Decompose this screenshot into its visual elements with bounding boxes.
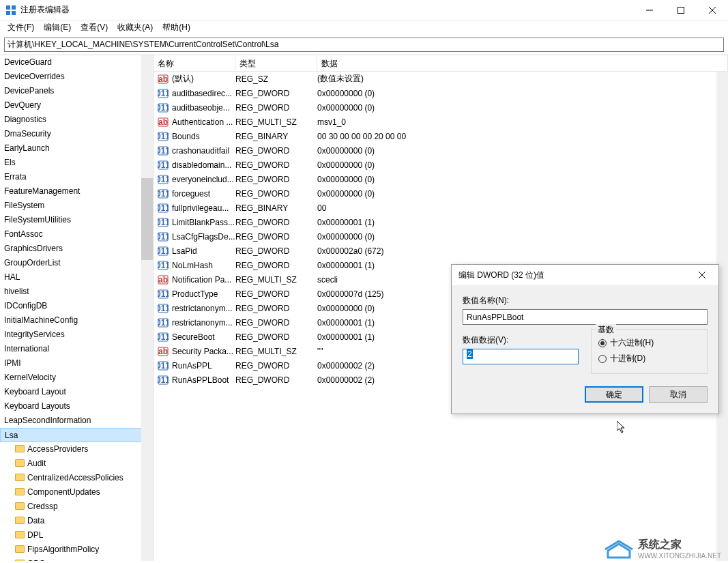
radio-hex[interactable]: 十六进制(H) <box>598 335 701 351</box>
tree-item[interactable]: DevQuery <box>0 98 153 113</box>
tree-item[interactable]: hivelist <box>0 285 153 299</box>
list-row[interactable]: abAuthentication ...REG_MULTI_SZmsv1_0 <box>154 115 728 129</box>
tree-scroll-thumb[interactable] <box>141 178 153 260</box>
col-name[interactable]: 名称 <box>154 55 235 71</box>
tree-item[interactable]: Keyboard Layout <box>0 385 153 399</box>
list-row[interactable]: 011LimitBlankPass...REG_DWORD0x00000001 … <box>154 215 728 229</box>
tree-item[interactable]: FipsAlgorithmPolicy <box>0 543 153 557</box>
value-name-input[interactable] <box>463 309 708 325</box>
tree-item[interactable]: AccessProviders <box>0 442 153 457</box>
list-row[interactable]: 011forceguestREG_DWORD0x00000000 (0) <box>154 186 728 201</box>
value-data-input[interactable]: 2 <box>463 349 579 364</box>
cancel-button[interactable]: 取消 <box>649 386 708 403</box>
cell-type: REG_SZ <box>235 74 317 84</box>
tree-item[interactable]: LeapSecondInformation <box>0 414 153 428</box>
col-data[interactable]: 数据 <box>317 55 728 71</box>
tree-scrollbar[interactable] <box>141 55 153 561</box>
cell-name: everyoneinclud... <box>172 175 235 184</box>
radio-dec[interactable]: 十进制(D) <box>598 351 701 366</box>
maximize-button[interactable] <box>665 0 697 20</box>
tree-item[interactable]: DeviceGuard <box>0 55 153 70</box>
list-row[interactable]: 011BoundsREG_BINARY00 30 00 00 00 20 00 … <box>154 129 728 143</box>
tree-item[interactable]: ComponentUpdates <box>0 485 153 500</box>
tree-item[interactable]: International <box>0 342 153 356</box>
list-row[interactable]: 011auditbaseobje...REG_DWORD0x00000000 (… <box>154 100 728 115</box>
tree-item[interactable]: Errata <box>0 170 153 184</box>
menu-file[interactable]: 文件(F) <box>3 20 39 35</box>
cell-type: REG_DWORD <box>235 160 317 170</box>
tree-item[interactable]: Els <box>0 156 153 170</box>
binary-value-icon: 011 <box>158 131 169 142</box>
tree-item[interactable]: Keyboard Layouts <box>0 399 153 414</box>
cell-type: REG_MULTI_SZ <box>235 347 317 356</box>
tree-item[interactable]: GraphicsDrivers <box>0 242 153 256</box>
tree-item[interactable]: FileSystem <box>0 199 153 213</box>
tree-item-selected[interactable]: Lsa <box>0 428 153 442</box>
window-title: 注册表编辑器 <box>20 4 634 16</box>
svg-text:011: 011 <box>158 303 169 313</box>
binary-value-icon: 011 <box>158 160 169 171</box>
list-row[interactable]: 011LsaCfgFlagsDe...REG_DWORD0x00000000 (… <box>154 229 728 244</box>
tree-item[interactable]: IDConfigDB <box>0 299 153 313</box>
tree-item[interactable]: FileSystemUtilities <box>0 213 153 227</box>
tree-item[interactable]: FeatureManagement <box>0 184 153 199</box>
tree-item[interactable]: DmaSecurity <box>0 127 153 141</box>
menu-favorites[interactable]: 收藏夹(A) <box>113 20 158 35</box>
tree-item[interactable]: KernelVelocity <box>0 371 153 385</box>
svg-text:011: 011 <box>158 102 169 112</box>
binary-value-icon: 011 <box>158 217 169 228</box>
list-row[interactable]: 011crashonauditfailREG_DWORD0x00000000 (… <box>154 143 728 158</box>
binary-value-icon: 011 <box>158 375 169 386</box>
ok-button[interactable]: 确定 <box>585 386 643 403</box>
base-label: 基数 <box>596 324 616 336</box>
folder-icon <box>15 445 25 452</box>
cell-name: (默认) <box>172 73 235 85</box>
tree-item[interactable]: FontAssoc <box>0 227 153 242</box>
minimize-button[interactable] <box>634 0 665 20</box>
list-row[interactable]: 011everyoneinclud...REG_DWORD0x00000000 … <box>154 172 728 186</box>
tree-item[interactable]: Credssp <box>0 500 153 514</box>
menu-help[interactable]: 帮助(H) <box>158 20 195 35</box>
list-row[interactable]: ab(默认)REG_SZ(数值未设置) <box>154 72 728 86</box>
tree-item[interactable]: CentralizedAccessPolicies <box>0 471 153 485</box>
cell-type: REG_DWORD <box>235 189 317 199</box>
list-row[interactable]: 011LsaPidREG_DWORD0x000002a0 (672) <box>154 244 728 258</box>
tree-item[interactable]: DeviceOverrides <box>0 70 153 84</box>
list-row[interactable]: 011fullprivilegeau...REG_BINARY00 <box>154 201 728 215</box>
cell-name: RunAsPPL <box>172 361 235 371</box>
cell-name: Authentication ... <box>172 117 235 127</box>
tree-item[interactable]: Audit <box>0 457 153 471</box>
tree-item[interactable]: IntegrityServices <box>0 328 153 342</box>
cell-type: REG_DWORD <box>235 361 317 371</box>
tree-item[interactable]: Diagnostics <box>0 113 153 127</box>
address-bar[interactable]: 计算机\HKEY_LOCAL_MACHINE\SYSTEM\CurrentCon… <box>4 38 724 52</box>
cell-name: LsaCfgFlagsDe... <box>172 232 235 242</box>
col-type[interactable]: 类型 <box>235 55 317 71</box>
svg-text:011: 011 <box>158 160 169 169</box>
list-row[interactable]: 011auditbasedirec...REG_DWORD0x00000000 … <box>154 86 728 100</box>
menu-view[interactable]: 查看(V) <box>76 20 113 35</box>
svg-text:011: 011 <box>158 174 169 184</box>
close-button[interactable] <box>697 0 728 20</box>
tree-item[interactable]: DPL <box>0 528 153 543</box>
tree-item[interactable]: DevicePanels <box>0 84 153 98</box>
svg-text:011: 011 <box>158 88 169 98</box>
cell-name: Security Packa... <box>172 347 235 356</box>
cell-type: REG_DWORD <box>235 332 317 342</box>
tree-item[interactable]: Data <box>0 514 153 528</box>
tree-pane[interactable]: DeviceGuardDeviceOverridesDevicePanelsDe… <box>0 55 154 561</box>
tree-item[interactable]: EarlyLaunch <box>0 141 153 156</box>
tree-item[interactable]: HAL <box>0 270 153 285</box>
binary-value-icon: 011 <box>158 260 169 271</box>
tree-item[interactable]: IPMI <box>0 356 153 371</box>
cell-data: 0x00000000 (0) <box>317 232 728 242</box>
watermark-url: WWW.XITONGZHIJIA.NET <box>638 552 721 560</box>
tree-item[interactable]: GroupOrderList <box>0 256 153 270</box>
tree-item[interactable]: GBG <box>0 557 153 561</box>
dialog-close-button[interactable] <box>693 268 712 283</box>
menu-edit[interactable]: 编辑(E) <box>39 20 76 35</box>
tree-item[interactable]: InitialMachineConfig <box>0 313 153 328</box>
folder-icon <box>15 531 25 538</box>
list-row[interactable]: 011disabledomain...REG_DWORD0x00000000 (… <box>154 158 728 172</box>
cell-name: disabledomain... <box>172 160 235 170</box>
